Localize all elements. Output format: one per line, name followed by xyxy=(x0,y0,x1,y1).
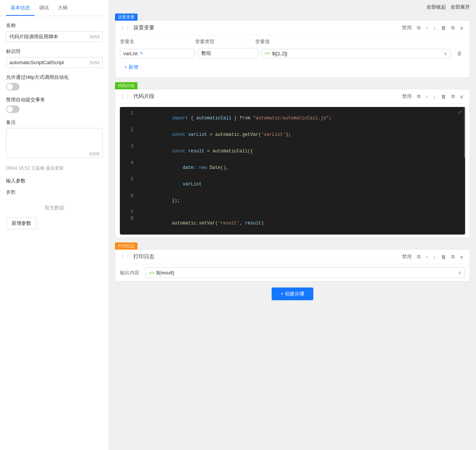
create-step-button[interactable]: + 创建步骤 xyxy=(272,287,313,300)
http-toggle[interactable] xyxy=(6,83,20,90)
var-name-header: 变量名 xyxy=(120,38,195,45)
name-char-count: 10/50 xyxy=(89,35,100,39)
set-variable-title: 设置变量 xyxy=(133,24,397,31)
tab-outline[interactable]: 大纲 xyxy=(53,0,72,16)
left-panel: 基本信息 调试 大纲 名称 10/50 标识符 25/50 允许通过Http方式… xyxy=(0,0,109,450)
code-line-7: 7 xyxy=(120,209,465,215)
print-log-copy-btn[interactable]: ⧉ xyxy=(416,253,422,260)
set-variable-up-btn[interactable]: ↑ xyxy=(424,24,430,32)
output-dropdown-icon[interactable]: ∨ xyxy=(458,270,462,275)
set-variable-down-btn[interactable]: ↓ xyxy=(432,24,438,32)
set-variable-disable-btn[interactable]: 禁用 xyxy=(400,24,413,32)
line-num-7: 7 xyxy=(124,209,133,215)
code-snippet-disable-btn[interactable]: 禁用 xyxy=(400,92,413,101)
code-snippet-title: 代码片段 xyxy=(133,93,397,100)
name-input[interactable] xyxy=(6,31,103,42)
code-snippet-delete-btn[interactable]: 🗑 xyxy=(440,93,447,100)
line-code-4: date: new Date(), xyxy=(139,160,229,176)
print-log-disable-btn[interactable]: 禁用 xyxy=(400,253,413,261)
remarks-input[interactable] xyxy=(6,128,103,158)
code-line-5: 5 varList xyxy=(120,176,465,193)
code-snippet-drag-handle[interactable]: ⋮⋮ xyxy=(120,93,130,99)
print-log-actions: 禁用 ⧉ ↑ ↓ 🗑 ⧉ ∨ xyxy=(400,253,465,261)
tx-toggle-group: 禁用自动提交事务 xyxy=(6,96,103,113)
code-snippet-copy-btn[interactable]: ⧉ xyxy=(416,93,422,100)
code-expand-btn[interactable]: ⤢ xyxy=(458,109,462,115)
code-snippet-actions: 禁用 ⧉ ↑ ↓ 🗑 ⧉ ∨ xyxy=(400,92,465,101)
code-line-4: 4 date: new Date(), xyxy=(120,160,465,176)
print-log-down-btn[interactable]: ↓ xyxy=(432,253,438,260)
line-num-2: 2 xyxy=(124,127,133,132)
code-snippet-down-btn[interactable]: ↓ xyxy=(432,93,438,100)
tab-debug[interactable]: 调试 xyxy=(35,0,53,16)
tx-label: 禁用自动提交事务 xyxy=(6,96,103,103)
line-code-6: }); xyxy=(139,193,180,209)
code-container: ⤢ 1 import { automaticCall } from "autom… xyxy=(120,107,465,235)
var-table-row: varList ✎ 数组 </> ${[1,2]} ∨ 🗑 xyxy=(120,47,465,60)
input-params-title: 输入参数 xyxy=(6,178,103,184)
name-field-group: 名称 10/50 xyxy=(6,22,103,42)
tab-basic-info[interactable]: 基本信息 xyxy=(6,0,35,16)
identifier-input-wrapper: 25/50 xyxy=(6,57,103,68)
right-panel: 全部收起 全部展开 设置变量 ⋮⋮ 设置变量 禁用 ⧉ ↑ ↓ 🗑 ⧉ ∨ xyxy=(109,0,476,450)
line-code-8: automatic.setVar('result', result) xyxy=(139,215,264,231)
set-variable-drag-handle[interactable]: ⋮⋮ xyxy=(120,25,130,31)
code-snippet-up-btn[interactable]: ↑ xyxy=(424,93,430,100)
set-variable-delete-btn[interactable]: 🗑 xyxy=(440,24,447,32)
name-label: 名称 xyxy=(6,22,103,29)
tx-toggle[interactable] xyxy=(6,105,20,113)
code-line-3: 3 const result = automaticCall({ xyxy=(120,143,465,160)
var-value-dropdown-icon[interactable]: ∨ xyxy=(444,51,447,56)
code-snippet-card: ⋮⋮ 代码片段 禁用 ⧉ ↑ ↓ 🗑 ⧉ ∨ ⤢ 1 xyxy=(115,89,470,238)
identifier-field-group: 标识符 25/50 xyxy=(6,48,103,68)
output-value-cell[interactable]: </> ${result} ∨ xyxy=(145,267,465,278)
var-type-cell[interactable]: 数组 xyxy=(198,48,258,59)
identifier-input[interactable] xyxy=(6,57,103,68)
output-label: 输出内容 xyxy=(120,269,142,276)
print-log-up-btn[interactable]: ↑ xyxy=(424,253,430,260)
code-line-6: 6 }); xyxy=(120,193,465,209)
code-snippet-header: ⋮⋮ 代码片段 禁用 ⧉ ↑ ↓ 🗑 ⧉ ∨ xyxy=(115,89,470,104)
var-value-cell[interactable]: </> ${[1,2]} ∨ xyxy=(261,49,451,58)
meta-info: 06/04 18:52 王延峰 最后更新 xyxy=(6,165,103,172)
remarks-char-count: 0/500 xyxy=(89,152,100,156)
set-variable-copy-btn[interactable]: ⧉ xyxy=(416,24,422,32)
print-log-tag: 打印日志 xyxy=(115,242,138,250)
var-value-header: 变量值 xyxy=(255,38,465,45)
line-code-2: const varList = automatic.getVar('varLis… xyxy=(139,127,291,143)
name-input-wrapper: 10/50 xyxy=(6,31,103,42)
var-name-edit-icon[interactable]: ✎ xyxy=(139,51,144,56)
print-log-delete-btn[interactable]: 🗑 xyxy=(440,253,447,260)
code-line-1: 1 import { automaticCall } from "automat… xyxy=(120,110,465,126)
params-sub-label: 参数 xyxy=(6,189,103,196)
empty-hint: 暂无数据 xyxy=(6,199,103,217)
set-variable-tag: 设置变量 xyxy=(115,14,138,21)
add-var-button[interactable]: + 新增 xyxy=(120,62,143,73)
expand-all-button[interactable]: 全部展开 xyxy=(450,4,470,11)
var-name-value: varList xyxy=(123,51,138,56)
var-value-text: ${[1,2]} xyxy=(272,51,287,56)
remarks-group: 备注 0/500 xyxy=(6,119,103,159)
print-log-block: 打印日志 ⋮⋮ 打印日志 禁用 ⧉ ↑ ↓ 🗑 ⧉ ∨ 输出内容 </> xyxy=(115,242,470,281)
params-section: 输入参数 参数 暂无数据 xyxy=(6,178,103,217)
code-snippet-more-btn[interactable]: ∨ xyxy=(458,93,465,100)
add-param-button[interactable]: 新增参数 xyxy=(6,217,37,229)
tabs-header: 基本信息 调试 大纲 xyxy=(0,0,109,16)
line-code-5: varList xyxy=(139,176,202,192)
code-snippet-dup-btn[interactable]: ⧉ xyxy=(450,93,456,100)
set-variable-more-btn[interactable]: ∨ xyxy=(458,24,465,32)
line-num-3: 3 xyxy=(124,143,133,149)
set-variable-actions: 禁用 ⧉ ↑ ↓ 🗑 ⧉ ∨ xyxy=(400,24,465,32)
code-snippet-block: 代码片段 ⋮⋮ 代码片段 禁用 ⧉ ↑ ↓ 🗑 ⧉ ∨ ⤢ xyxy=(115,82,470,238)
code-line-2: 2 const varList = automatic.getVar('varL… xyxy=(120,126,465,143)
print-log-title: 打印日志 xyxy=(133,253,397,260)
var-delete-btn[interactable]: 🗑 xyxy=(454,50,465,56)
var-name-cell[interactable]: varList ✎ xyxy=(120,49,195,58)
print-log-card: ⋮⋮ 打印日志 禁用 ⧉ ↑ ↓ 🗑 ⧉ ∨ 输出内容 </> ${result… xyxy=(115,249,470,281)
collapse-all-button[interactable]: 全部收起 xyxy=(426,4,446,11)
print-log-drag-handle[interactable]: ⋮⋮ xyxy=(120,254,130,260)
print-log-dup-btn[interactable]: ⧉ xyxy=(450,253,456,260)
var-table-header: 变量名 变量类型 变量值 xyxy=(120,35,465,47)
set-variable-dup-btn[interactable]: ⧉ xyxy=(450,24,456,32)
print-log-more-btn[interactable]: ∨ xyxy=(458,253,465,260)
